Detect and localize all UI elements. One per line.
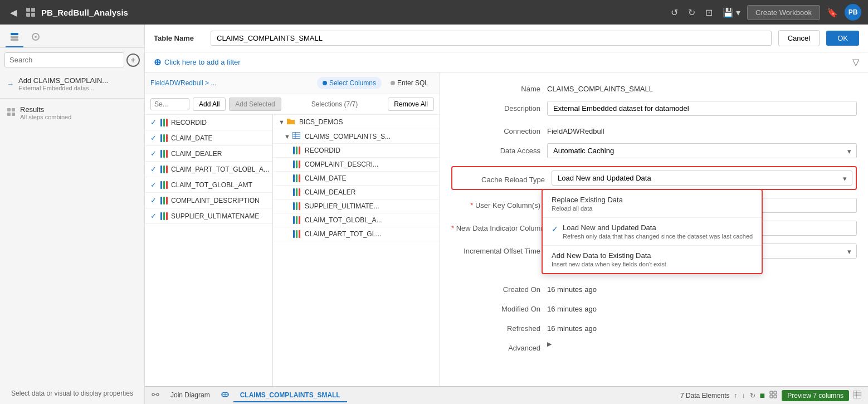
table-name-label: Table Name xyxy=(154,34,204,42)
list-item[interactable]: ✓ CLAIM_PART_TOT_GLOBL_A... xyxy=(145,162,272,177)
svg-rect-24 xyxy=(774,391,777,394)
prop-row-description: Description xyxy=(451,101,857,116)
back-button[interactable]: ◀ xyxy=(7,5,20,20)
columns-split: ✓ RECORDID ✓ CLAIM_DATE ✓ CLAIM_D xyxy=(145,115,440,386)
refresh-icon[interactable]: ↻ xyxy=(750,392,755,400)
cache-reload-select[interactable]: Load New and Updated Data Replace Existi… xyxy=(552,171,852,186)
table-name-input[interactable] xyxy=(211,31,772,46)
dropdown-item-load-new[interactable]: ✓ Load New and Updated Data Refresh only… xyxy=(543,218,762,245)
claims-arrow-icon: → xyxy=(7,80,14,88)
up-arrow-icon[interactable]: ↑ xyxy=(734,392,738,400)
bottom-tab-icon xyxy=(221,391,229,400)
data-access-select[interactable]: Automatic Caching xyxy=(547,143,857,158)
prop-row-advanced: Advanced ▶ xyxy=(451,340,857,352)
create-workbook-button[interactable]: Create Workbook xyxy=(747,5,820,20)
sidebar-results[interactable]: Results All steps combined xyxy=(0,101,144,125)
check-mark-icon: ✓ xyxy=(552,225,558,233)
tree-item[interactable]: RECORDID xyxy=(273,144,440,158)
list-item[interactable]: ✓ CLAIM_DATE xyxy=(145,130,272,146)
description-input[interactable] xyxy=(547,101,857,116)
svg-point-18 xyxy=(157,393,159,396)
column-search-input[interactable] xyxy=(150,98,189,110)
svg-rect-23 xyxy=(770,391,773,394)
modified-value: 16 minutes ago xyxy=(547,301,597,313)
cache-reload-dropdown: Replace Existing Data Reload all data ✓ … xyxy=(542,189,763,274)
green-square-icon: ■ xyxy=(760,391,765,401)
preview-button[interactable]: Preview 7 columns xyxy=(782,390,849,401)
redo-button[interactable]: ↻ xyxy=(685,5,699,20)
sidebar-tabs xyxy=(0,25,144,48)
bottom-tab-join[interactable]: Join Diagram xyxy=(164,389,217,402)
folder-icon xyxy=(287,118,295,126)
user-key-label: * User Key Column(s) xyxy=(451,198,540,210)
columns-panel: FieldADWRedbull > ... Select Columns Ent… xyxy=(145,72,440,386)
remove-all-button[interactable]: Remove All xyxy=(388,98,434,111)
tree-item[interactable]: ▼ BICS_DEMOS xyxy=(273,115,440,129)
new-data-label: * New Data Indicator Column(s) xyxy=(451,221,553,232)
down-arrow-icon[interactable]: ↓ xyxy=(742,392,745,400)
grid-icon xyxy=(769,391,777,400)
add-filter-text[interactable]: Click here to add a filter xyxy=(164,58,241,66)
tree-item[interactable]: CLAIM_PART_TOT_GL... xyxy=(273,227,440,241)
tree-item[interactable]: ▼ CLAIMS_COMPLAINTS_S... xyxy=(273,129,440,144)
tree-item[interactable]: CLAIM_DEALER xyxy=(273,186,440,199)
dropdown-item-replace[interactable]: Replace Existing Data Reload all data xyxy=(543,190,762,217)
top-bar: ◀ PB_RedBull_Analysis ↺ ↻ ⊡ 💾 ▾ Create W… xyxy=(0,0,868,25)
created-value: 16 minutes ago xyxy=(547,282,597,294)
list-item[interactable]: ✓ CLAIM_DEALER xyxy=(145,146,272,162)
tree-item[interactable]: SUPPLIER_ULTIMATE... xyxy=(273,199,440,213)
undo-button[interactable]: ↺ xyxy=(667,5,681,20)
add-selected-button[interactable]: Add Selected xyxy=(229,98,281,111)
connection-value: FieldADWRedbull xyxy=(547,124,604,135)
add-all-button[interactable]: Add All xyxy=(193,98,226,111)
sidebar-divider xyxy=(0,98,144,99)
dropdown-item-add-new[interactable]: Add New Data to Existing Data Insert new… xyxy=(543,246,762,273)
table-icon xyxy=(292,132,300,140)
results-text: Results xyxy=(20,105,71,114)
prop-row-created: Created On 16 minutes ago xyxy=(451,282,857,294)
tab-select-columns-label: Select Columns xyxy=(329,79,376,87)
save-button[interactable]: 💾 ▾ xyxy=(719,5,744,20)
sidebar-tab-data[interactable] xyxy=(6,29,23,47)
list-item[interactable]: ✓ CLAIM_TOT_GLOBL_AMT xyxy=(145,177,272,193)
tree-item[interactable]: COMPLAINT_DESCRI... xyxy=(273,158,440,172)
advanced-arrow-icon: ▶ xyxy=(547,340,552,348)
filter-bar: ⊕ Click here to add a filter ▽ xyxy=(145,52,868,72)
prop-row-data-access: Data Access Automatic Caching xyxy=(451,143,857,158)
search-input[interactable] xyxy=(4,52,124,67)
incremental-label: Incremental Offset Time xyxy=(451,244,540,255)
claims-item-sub: External Embedded datas... xyxy=(18,85,108,91)
svg-rect-5 xyxy=(11,36,18,38)
sidebar-bottom-hint: Select data or visual to display propert… xyxy=(0,383,144,404)
advanced-label: Advanced xyxy=(451,340,540,352)
user-avatar[interactable]: PB xyxy=(845,4,861,21)
tree-item[interactable]: CLAIM_DATE xyxy=(273,172,440,186)
breadcrumb[interactable]: FieldADWRedbull > ... xyxy=(150,79,216,87)
tab-select-columns[interactable]: Select Columns xyxy=(317,77,382,89)
svg-rect-2 xyxy=(26,13,30,17)
list-item[interactable]: ✓ SUPPLIER_ULTIMATENAME xyxy=(145,208,272,224)
bookmark-button[interactable]: 🔖 xyxy=(823,5,841,20)
prop-row-refreshed: Refreshed 16 minutes ago xyxy=(451,321,857,333)
connection-label: Connection xyxy=(451,124,540,135)
advanced-expand[interactable]: ▶ xyxy=(547,340,552,348)
columns-header: FieldADWRedbull > ... Select Columns Ent… xyxy=(145,72,440,94)
list-item[interactable]: ✓ COMPLAINT_DESCRIPTION xyxy=(145,193,272,208)
list-item[interactable]: ✓ RECORDID xyxy=(145,115,272,130)
ok-button[interactable]: OK xyxy=(826,31,859,46)
add-data-button[interactable]: + xyxy=(126,53,140,67)
prop-row-name: Name CLAIMS_COMPLAINTS_SMALL xyxy=(451,81,857,93)
svg-rect-0 xyxy=(26,8,30,12)
svg-rect-10 xyxy=(12,108,15,111)
tab-enter-sql[interactable]: Enter SQL xyxy=(385,77,434,89)
bottom-tab-active[interactable]: CLAIMS_COMPLAINTS_SMALL xyxy=(233,389,347,402)
svg-rect-9 xyxy=(7,108,11,111)
sidebar-tab-visual[interactable] xyxy=(27,29,45,47)
tab-enter-sql-label: Enter SQL xyxy=(397,79,428,87)
tree-item[interactable]: CLAIM_TOT_GLOBL_A... xyxy=(273,213,440,227)
sidebar-item-claims[interactable]: → Add CLAIMS_COMPLAIN... External Embedd… xyxy=(0,72,144,96)
monitor-button[interactable]: ⊡ xyxy=(702,5,716,20)
name-label: Name xyxy=(451,81,540,93)
cancel-button[interactable]: Cancel xyxy=(778,30,820,46)
cache-reload-select-wrapper: Load New and Updated Data Replace Existi… xyxy=(552,171,852,186)
